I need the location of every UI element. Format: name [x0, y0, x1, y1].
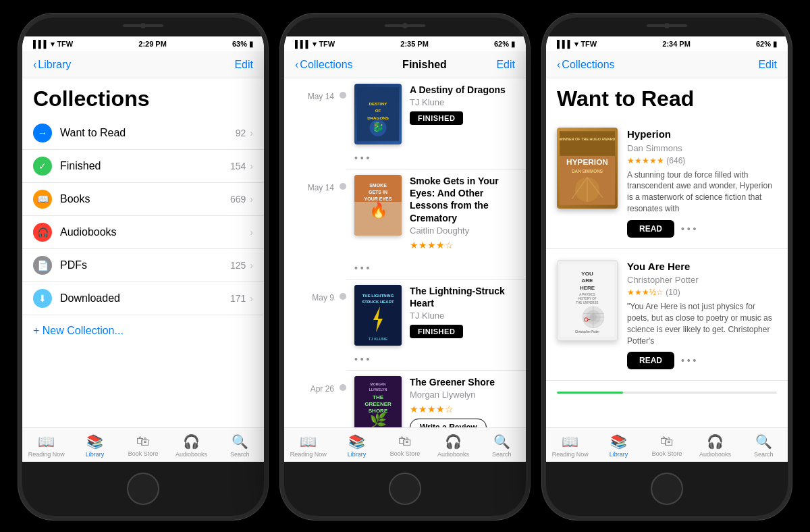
- book-title: Hyperion: [627, 128, 777, 141]
- book-cover-lightning: THE LIGHTNING STRUCK HEART TJ KLUNE: [354, 285, 402, 346]
- back-button[interactable]: ‹ Collections: [295, 59, 353, 71]
- tab-bar: 📖 Reading Now 📚 Library 🛍 Book Store 🎧 A…: [546, 427, 788, 462]
- reading-now-icon: 📖: [38, 433, 55, 450]
- collection-pdfs[interactable]: 📄 PDFs 125 ›: [22, 249, 264, 282]
- tab-audiobooks-label: Audiobooks: [437, 451, 469, 458]
- collection-finished[interactable]: ✓ Finished 154 ›: [22, 150, 264, 183]
- tab-reading-now-label: Reading Now: [552, 451, 589, 458]
- book-info-hyperion: Hyperion Dan Simmons ★★★★★ (646) A stunn…: [627, 128, 777, 238]
- tab-audiobooks[interactable]: 🎧 Audiobooks: [429, 432, 478, 459]
- svg-text:🐉: 🐉: [372, 121, 384, 133]
- you-are-here-cover-svg: YOU ARE HERE A PHYSICS HISTORY OF THE UN…: [560, 260, 614, 341]
- book-actions: READ • • •: [627, 352, 777, 369]
- tab-book-store[interactable]: 🛍 Book Store: [381, 432, 429, 459]
- carrier-label: TFW: [319, 40, 335, 48]
- status-time: 2:34 PM: [662, 40, 691, 48]
- edit-button[interactable]: Edit: [758, 59, 777, 71]
- battery-icon: ▮: [249, 40, 253, 49]
- page-title: Collections: [22, 78, 264, 117]
- svg-text:DESTINY: DESTINY: [369, 101, 388, 106]
- svg-text:MORGAN: MORGAN: [371, 382, 386, 386]
- tab-audiobooks[interactable]: 🎧 Audiobooks: [167, 432, 216, 459]
- book-info-you-are-here: You Are Here Christopher Potter ★★★½☆ (1…: [627, 260, 777, 370]
- book-card: THE LIGHTNING STRUCK HEART TJ KLUNE The …: [346, 280, 526, 371]
- book-cover-greener: MORGAN LLYWELYN THE GREENER SHORE 🌿: [354, 376, 402, 427]
- chevron-right-icon: ›: [250, 161, 253, 171]
- tab-reading-now[interactable]: 📖 Reading Now: [546, 432, 595, 459]
- tab-book-store-label: Book Store: [128, 450, 159, 457]
- collection-name: PDFs: [60, 259, 230, 271]
- chevron-left-icon: ‹: [33, 59, 36, 71]
- timeline-section-2: May 14 SMOKE GETS IN YOUR EYES 🔥: [284, 169, 526, 280]
- tab-library-label: Library: [348, 451, 367, 458]
- svg-text:DAN SIMMONS: DAN SIMMONS: [572, 169, 603, 174]
- edit-button[interactable]: Edit: [234, 59, 253, 71]
- home-button[interactable]: [389, 473, 421, 505]
- timeline-left: May 14: [284, 169, 340, 192]
- tab-reading-now[interactable]: 📖 Reading Now: [284, 432, 333, 459]
- new-collection-button[interactable]: + New Collection...: [22, 315, 264, 346]
- tab-search[interactable]: 🔍 Search: [215, 432, 264, 459]
- svg-text:🔥: 🔥: [369, 201, 388, 219]
- phone-bottom: [284, 462, 526, 516]
- home-button[interactable]: [651, 473, 683, 505]
- collection-name: Audiobooks: [60, 226, 246, 238]
- timeline-left: May 9: [284, 280, 340, 302]
- tab-search[interactable]: 🔍 Search: [739, 432, 788, 459]
- svg-text:TJ KLUNE: TJ KLUNE: [369, 337, 387, 341]
- status-bar: ▌▌▌ ▾ TFW 2:34 PM 62% ▮: [546, 36, 788, 51]
- progress-section: [546, 381, 788, 399]
- more-options-button[interactable]: • • •: [681, 355, 696, 366]
- collection-name: Want to Read: [60, 127, 236, 139]
- screen-want-to-read: ▌▌▌ ▾ TFW 2:34 PM 62% ▮ ‹ Collections Ed…: [546, 36, 788, 462]
- book-cover-smoke: SMOKE GETS IN YOUR EYES 🔥: [354, 175, 402, 236]
- back-label: Collections: [562, 59, 614, 71]
- battery-icon: ▮: [773, 40, 777, 49]
- collection-books[interactable]: 📖 Books 669 ›: [22, 183, 264, 216]
- home-button[interactable]: [127, 473, 159, 505]
- tab-book-store[interactable]: 🛍 Book Store: [643, 432, 691, 459]
- edit-button[interactable]: Edit: [496, 59, 515, 71]
- notch-area: [284, 18, 526, 36]
- timeline-dot: [340, 293, 346, 300]
- tab-library-label: Library: [86, 451, 105, 458]
- back-label: Collections: [300, 59, 352, 71]
- search-icon: 🔍: [755, 433, 772, 450]
- book-card: MORGAN LLYWELYN THE GREENER SHORE 🌿 The …: [346, 371, 526, 427]
- back-button[interactable]: ‹ Library: [33, 59, 71, 71]
- tab-audiobooks[interactable]: 🎧 Audiobooks: [691, 432, 740, 459]
- reading-now-icon: 📖: [300, 433, 317, 450]
- read-button[interactable]: READ: [627, 352, 674, 369]
- collection-audiobooks[interactable]: 🎧 Audiobooks ›: [22, 216, 264, 249]
- book-title: Smoke Gets in Your Eyes: And Other Lesso…: [410, 175, 518, 224]
- tab-library[interactable]: 📚 Library: [333, 432, 381, 459]
- rating-count: (10): [666, 288, 680, 297]
- timeline-section-1: May 14 DESTINY OF DRAGONS 🐉: [284, 78, 526, 169]
- want-to-read-icon: →: [33, 124, 52, 142]
- book-title: The Lightning-Struck Heart: [410, 285, 518, 309]
- dots-menu[interactable]: • • •: [349, 263, 518, 273]
- tab-reading-now[interactable]: 📖 Reading Now: [22, 432, 71, 459]
- read-button[interactable]: READ: [627, 220, 674, 238]
- back-button[interactable]: ‹ Collections: [557, 59, 615, 71]
- book-card-inner: SMOKE GETS IN YOUR EYES 🔥 Smoke Gets in …: [349, 175, 518, 260]
- dots-menu[interactable]: • • •: [349, 354, 518, 365]
- book-info-smoke: Smoke Gets in Your Eyes: And Other Lesso…: [410, 175, 518, 255]
- write-review-button[interactable]: Write a Review: [410, 419, 487, 427]
- more-options-button[interactable]: • • •: [681, 223, 696, 234]
- book-author: TJ Klune: [410, 97, 518, 107]
- tab-library[interactable]: 📚 Library: [595, 432, 643, 459]
- book-date: Apr 26: [310, 384, 334, 394]
- chevron-right-icon: ›: [250, 227, 253, 238]
- tab-search[interactable]: 🔍 Search: [477, 432, 526, 459]
- camera: [402, 23, 408, 28]
- status-right: 62% ▮: [494, 40, 515, 49]
- collection-downloaded[interactable]: ⬇ Downloaded 171 ›: [22, 282, 264, 315]
- dots-menu[interactable]: • • •: [349, 153, 518, 163]
- collection-want-to-read[interactable]: → Want to Read 92 ›: [22, 117, 264, 150]
- tab-book-store[interactable]: 🛍 Book Store: [119, 432, 167, 459]
- svg-text:Christopher Potter: Christopher Potter: [575, 330, 600, 334]
- tab-library[interactable]: 📚 Library: [71, 432, 119, 459]
- finished-icon: ✓: [33, 157, 52, 176]
- tab-audiobooks-label: Audiobooks: [176, 451, 207, 458]
